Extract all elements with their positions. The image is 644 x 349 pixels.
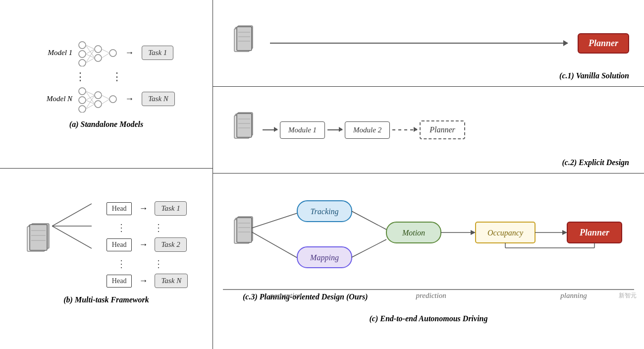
model1-row: Model 1 — [38, 39, 175, 66]
svg-point-18 — [95, 101, 102, 108]
mtask1-box: Task 1 — [155, 201, 186, 216]
timeline-perception: perception — [270, 291, 302, 300]
svg-point-14 — [79, 88, 86, 95]
svg-text:Motion: Motion — [402, 229, 425, 237]
svg-rect-48 — [237, 114, 252, 137]
standalone-caption: (a) Standalone Models — [69, 120, 143, 129]
multitask-line2: Head → Task 2 — [107, 237, 188, 252]
svg-line-66 — [352, 239, 386, 257]
standalone-diagram: Model 1 — [38, 39, 175, 113]
svg-line-13 — [102, 53, 109, 58]
multitask-line1: Head → Task 1 — [107, 201, 188, 216]
svg-point-3 — [95, 46, 102, 53]
c2-section: Module 1 Module 2 Planner (c.2) Explicit… — [213, 87, 644, 174]
svg-line-60 — [252, 232, 297, 258]
multitask-section: Head → Task 1 ⋮⋮ Head → Task 2 — [0, 169, 213, 337]
svg-text:Occupancy: Occupancy — [487, 229, 524, 237]
nn-graph-1 — [77, 39, 117, 66]
head-box-N: Head — [107, 275, 132, 288]
head-box-1: Head — [107, 202, 132, 215]
head-box-2: Head — [107, 238, 132, 251]
svg-line-26 — [102, 95, 109, 99]
c3-diagram: Tracking Mapping Motion Occupancy — [233, 188, 639, 297]
svg-rect-55 — [237, 218, 252, 242]
svg-text:Mapping: Mapping — [310, 253, 339, 262]
svg-point-2 — [79, 59, 86, 66]
module2-box: Module 2 — [345, 121, 390, 139]
svg-marker-74 — [562, 230, 567, 235]
svg-point-5 — [109, 50, 116, 57]
svg-text:Planner: Planner — [579, 228, 610, 237]
c1-label: (c.1) Vanilla Solution — [559, 71, 629, 80]
svg-point-1 — [79, 51, 86, 58]
svg-point-16 — [79, 106, 86, 113]
mtask2-box: Task 2 — [155, 237, 186, 252]
task1-box: Task 1 — [142, 46, 173, 60]
right-panel: Planner (c.1) Vanilla Solution — [213, 0, 644, 349]
svg-rect-41 — [237, 27, 252, 51]
multitask-lineN: Head → Task N — [107, 274, 188, 288]
right-caption: (c) End-to-end Autonomous Driving — [213, 314, 644, 323]
svg-marker-70 — [471, 230, 476, 235]
mtaskN-box: Task N — [155, 274, 188, 288]
svg-line-59 — [252, 213, 297, 228]
svg-line-35 — [52, 204, 92, 226]
sensor-c2 — [233, 112, 260, 149]
svg-line-37 — [52, 226, 92, 248]
timeline-prediction: prediction — [416, 291, 446, 300]
svg-point-15 — [79, 97, 86, 104]
svg-line-12 — [102, 49, 109, 53]
svg-point-19 — [109, 96, 116, 103]
watermark: 新智元 — [619, 291, 637, 300]
c2-label: (c.2) Explicit Design — [562, 158, 629, 167]
svg-point-0 — [79, 42, 86, 49]
svg-line-27 — [102, 99, 109, 104]
modelN-label: Model N — [38, 95, 72, 103]
svg-text:Tracking: Tracking — [311, 207, 339, 216]
planner-c2: Planner — [420, 120, 465, 139]
multitask-lines — [52, 194, 92, 258]
svg-point-4 — [95, 55, 102, 61]
c1-section: Planner (c.1) Vanilla Solution — [213, 0, 644, 87]
multitask-caption: (b) Multi-task Framework — [63, 295, 149, 304]
c3-section: Tracking Mapping Motion Occupancy — [213, 174, 644, 327]
nn-graph-N — [77, 85, 117, 113]
taskN-box: Task N — [142, 92, 175, 106]
svg-point-17 — [95, 92, 102, 99]
sensor-c1 — [233, 25, 260, 62]
model1-label: Model 1 — [38, 49, 72, 57]
standalone-models-section: Model 1 — [0, 0, 213, 169]
modelN-row: Model N — [38, 85, 175, 113]
timeline-planning: planning — [560, 291, 587, 300]
svg-line-65 — [352, 211, 386, 230]
main-container: Model 1 — [0, 0, 644, 349]
svg-rect-31 — [30, 225, 47, 250]
planner-c1: Planner — [578, 33, 629, 54]
left-panel: Model 1 — [0, 0, 213, 349]
module1-box: Module 1 — [280, 121, 325, 139]
